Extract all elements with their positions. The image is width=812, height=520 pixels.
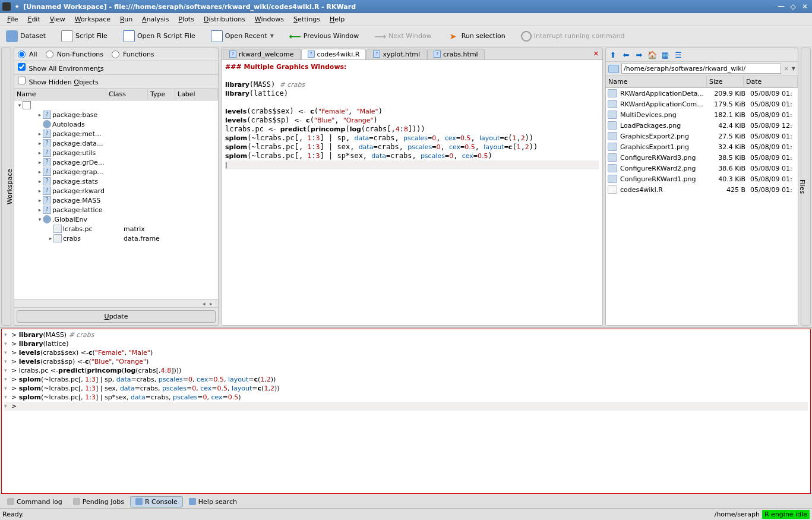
tree-row[interactable]: Autoloads (14, 119, 218, 129)
col-type[interactable]: Type (148, 89, 175, 99)
file-row[interactable]: RKWardApplicationCom...179.5 KiB05/08/09… (606, 99, 798, 109)
editor-body[interactable]: ### Multiple Graphics Windows: library(M… (222, 60, 602, 325)
radio-all[interactable]: All (18, 51, 37, 58)
tree-row[interactable]: ▸?package:met... (14, 129, 218, 138)
editor-tabs: ?rkward_welcome?codes4wiki.R?xyplot.html… (222, 48, 602, 60)
bottom-tab[interactable]: Help search (184, 497, 242, 507)
file-row[interactable]: GraphicsExport1.png32.4 KiB05/08/09 01: (606, 141, 798, 152)
run-icon: ➤ (447, 30, 459, 42)
filebrowser-header: Name Size Date (606, 76, 798, 88)
bottom-tab[interactable]: R Console (130, 496, 183, 508)
tree-row[interactable]: ▸?package:grDe... (14, 157, 218, 167)
r-console[interactable]: ▾> library(MASS) # crabs▾> library(latti… (1, 329, 811, 494)
path-dropdown-icon[interactable]: ▼ (792, 66, 795, 71)
nav-forward-icon[interactable]: ➡ (634, 50, 644, 59)
arrow-right-icon: ⟶ (374, 30, 386, 42)
menu-windows[interactable]: Windows (250, 14, 289, 24)
tb-run[interactable]: ➤Run selection (444, 29, 509, 43)
menu-settings[interactable]: Settings (289, 14, 325, 24)
file-row[interactable]: codes4wiki.R425 B05/08/09 01: (606, 184, 798, 195)
fcol-size[interactable]: Size (707, 77, 744, 87)
editor-tab[interactable]: ?xyplot.html (366, 49, 426, 59)
menu-analysis[interactable]: Analysis (137, 14, 173, 24)
check-show-all-env[interactable]: Show All Environments (18, 63, 104, 73)
pin-icon[interactable]: ✦ (14, 3, 20, 11)
file-row[interactable]: ConfigureRKWard1.png40.3 KiB05/08/09 01: (606, 174, 798, 184)
file-row[interactable]: ConfigureRKWard2.png38.6 KiB05/08/09 01: (606, 163, 798, 174)
sidebar-tab-files[interactable]: Files (801, 48, 811, 326)
bottom-tab-bar: Command logPending JobsR ConsoleHelp sea… (0, 495, 812, 508)
file-list[interactable]: RKWardApplicationDeta...209.9 KiB05/08/0… (606, 88, 798, 325)
editor-tab[interactable]: ?codes4wiki.R (301, 49, 366, 59)
tree-row[interactable]: lcrabs.pcmatrix (14, 224, 218, 234)
nav-back-icon[interactable]: ⬅ (621, 50, 631, 59)
tree-row[interactable]: ▸?package:grap... (14, 167, 218, 177)
check-show-hidden[interactable]: Show Hidden Objects (18, 77, 99, 86)
tree-row[interactable]: ▸?package:stats (14, 177, 218, 186)
tree-row[interactable]: ▸crabsdata.frame (14, 234, 218, 243)
file-row[interactable]: GraphicsExport2.png27.5 KiB05/08/09 01: (606, 131, 798, 141)
radio-functions[interactable]: Functions (112, 51, 154, 58)
radio-nonfunctions[interactable]: Non-Functions (46, 51, 103, 58)
menu-distributions[interactable]: Distributions (199, 14, 250, 24)
maximize-button[interactable]: ◇ (788, 2, 798, 11)
file-icon (608, 153, 617, 162)
menu-run[interactable]: Run (115, 14, 137, 24)
tree-row[interactable]: ▸?package:utils (14, 148, 218, 157)
document-icon: ? (373, 51, 380, 58)
tree-row[interactable]: ▸?package:data... (14, 138, 218, 148)
workspace-hscroll[interactable]: ◂▸ (14, 299, 218, 307)
menu-edit[interactable]: Edit (23, 14, 45, 24)
bottom-tab[interactable]: Pending Jobs (68, 497, 129, 507)
tab-icon (135, 498, 143, 505)
fcol-name[interactable]: Name (606, 77, 707, 87)
sidebar-tab-workspace[interactable]: Workspace (1, 48, 11, 326)
tree-row[interactable]: ▸?package:base (14, 110, 218, 119)
file-icon (608, 100, 617, 108)
menu-plots[interactable]: Plots (173, 14, 198, 24)
col-label[interactable]: Label (175, 89, 218, 99)
dataset-icon (6, 30, 18, 42)
tree-row[interactable]: ▸?package:MASS (14, 196, 218, 205)
document-icon: ? (229, 51, 236, 58)
nav-home-icon[interactable]: 🏠 (647, 50, 657, 59)
tb-prev[interactable]: ⟵Previous Window (286, 29, 362, 43)
tb-script[interactable]: Script File (58, 29, 111, 43)
close-tab-icon[interactable]: ✕ (590, 50, 602, 58)
workspace-tree[interactable]: ▾▸?package:baseAutoloads▸?package:met...… (14, 100, 218, 299)
tree-row[interactable]: ▸?package:lattice (14, 205, 218, 215)
file-row[interactable]: ConfigureRKWard3.png38.5 KiB05/08/09 01: (606, 152, 798, 163)
file-icon (608, 132, 617, 140)
tree-row[interactable]: ▾.GlobalEnv (14, 215, 218, 224)
file-row[interactable]: LoadPackages.png42.4 KiB05/08/09 12: (606, 120, 798, 131)
menu-view[interactable]: View (45, 14, 70, 24)
menu-file[interactable]: File (2, 14, 23, 24)
file-row[interactable]: RKWardApplicationDeta...209.9 KiB05/08/0… (606, 88, 798, 99)
status-path: /home/seraph (715, 510, 760, 518)
workspace-tree-header: Name Class Type Label (14, 89, 218, 100)
tb-dataset[interactable]: Dataset (2, 29, 49, 43)
bottom-tab[interactable]: Command log (2, 497, 67, 507)
statusbar: Ready. /home/seraph R engine idle (0, 508, 812, 520)
fcol-date[interactable]: Date (744, 77, 798, 87)
tb-open[interactable]: Open R Script File (119, 29, 199, 43)
col-class[interactable]: Class (106, 89, 148, 99)
file-icon (608, 175, 617, 183)
tree-row[interactable]: ▸?package:rkward (14, 186, 218, 196)
menu-help[interactable]: Help (325, 14, 349, 24)
tb-recent[interactable]: Open Recent▼ (207, 29, 277, 43)
col-name[interactable]: Name (14, 89, 106, 99)
clear-path-icon[interactable]: ✕ (783, 65, 788, 72)
nav-up-icon[interactable]: ⬆ (608, 50, 618, 59)
update-button[interactable]: Update (17, 310, 216, 323)
editor-tab[interactable]: ?crabs.html (427, 49, 485, 59)
file-row[interactable]: MultiDevices.png182.1 KiB05/08/09 01: (606, 109, 798, 120)
editor-tab[interactable]: ?rkward_welcome (223, 49, 301, 59)
close-button[interactable]: ✕ (800, 2, 810, 11)
minimize-button[interactable]: — (776, 2, 786, 11)
chevron-down-icon: ▼ (270, 33, 274, 39)
nav-view-detail-icon[interactable]: ☰ (674, 50, 683, 59)
path-input[interactable] (621, 64, 781, 74)
nav-view-short-icon[interactable]: ▦ (661, 50, 670, 59)
menu-workspace[interactable]: Workspace (70, 14, 115, 24)
